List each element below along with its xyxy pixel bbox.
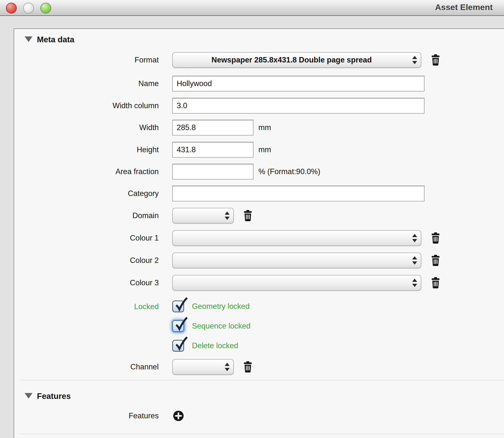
- close-button[interactable]: [6, 3, 17, 14]
- colour2-select[interactable]: [172, 253, 421, 268]
- category-input[interactable]: [172, 186, 425, 201]
- height-unit: mm: [258, 142, 271, 158]
- area-fraction-label: Area fraction: [14, 164, 159, 180]
- meta-data-disclosure-triangle-icon[interactable]: [25, 36, 32, 42]
- width-column-input[interactable]: [172, 98, 425, 114]
- colour3-delete-trash-icon[interactable]: [430, 277, 441, 289]
- asset-element-window: Asset Element Meta data Format Newspaper…: [0, 0, 504, 438]
- delete-locked-label: Delete locked: [192, 340, 238, 352]
- colour1-delete-trash-icon[interactable]: [430, 232, 441, 244]
- stepper-arrows-icon: [412, 256, 417, 265]
- format-delete-trash-icon[interactable]: [430, 54, 441, 66]
- colour3-label: Colour 3: [14, 275, 159, 291]
- stepper-arrows-icon: [412, 56, 417, 64]
- channel-select[interactable]: [172, 359, 234, 375]
- geometry-locked-checkbox[interactable]: [172, 301, 184, 312]
- width-unit: mm: [258, 120, 271, 136]
- features-section-title: Features: [37, 391, 71, 402]
- stepper-arrows-icon: [225, 211, 230, 220]
- locked-label: Locked: [14, 301, 159, 313]
- domain-select[interactable]: [172, 208, 234, 224]
- width-label: Width: [14, 120, 159, 136]
- minimize-button[interactable]: [23, 3, 34, 14]
- height-label: Height: [14, 142, 159, 158]
- plus-icon: [173, 410, 184, 422]
- sequence-locked-checkbox[interactable]: [172, 320, 184, 332]
- delete-locked-checkbox[interactable]: [172, 340, 184, 352]
- stepper-arrows-icon: [412, 234, 417, 242]
- stepper-arrows-icon: [225, 363, 230, 371]
- title-bar: Asset Element: [0, 0, 504, 16]
- height-input[interactable]: [172, 142, 253, 158]
- domain-delete-trash-icon[interactable]: [242, 210, 253, 222]
- checkmark-icon: [173, 297, 188, 313]
- geometry-locked-row: Geometry locked: [172, 301, 250, 312]
- format-label: Format: [14, 52, 159, 68]
- area-fraction-unit: % (Format:90.0%): [258, 164, 320, 180]
- checkmark-icon: [173, 317, 188, 332]
- window-title: Asset Element: [435, 2, 493, 12]
- section-divider: [20, 380, 504, 381]
- colour3-select[interactable]: [172, 275, 421, 291]
- width-input[interactable]: [172, 120, 253, 136]
- sequence-locked-row: Sequence locked: [172, 320, 251, 332]
- format-value: Newspaper 285.8x431.8 Double page spread: [211, 56, 372, 64]
- area-fraction-input[interactable]: [172, 164, 253, 180]
- features-row-label: Features: [14, 410, 159, 422]
- colour1-label: Colour 1: [14, 230, 159, 246]
- zoom-button[interactable]: [40, 3, 51, 14]
- channel-label: Channel: [14, 359, 159, 375]
- checkmark-icon: [173, 336, 188, 352]
- colour2-delete-trash-icon[interactable]: [430, 255, 441, 266]
- stepper-arrows-icon: [412, 279, 417, 287]
- sequence-locked-label: Sequence locked: [192, 320, 251, 332]
- domain-label: Domain: [14, 208, 159, 224]
- channel-delete-trash-icon[interactable]: [242, 361, 253, 373]
- colour2-label: Colour 2: [14, 253, 159, 268]
- delete-locked-row: Delete locked: [172, 340, 238, 352]
- add-feature-button[interactable]: [173, 410, 184, 422]
- width-column-label: Width column: [14, 98, 159, 114]
- meta-data-section-title: Meta data: [37, 34, 74, 45]
- name-input[interactable]: [172, 76, 425, 91]
- geometry-locked-label: Geometry locked: [192, 301, 250, 312]
- category-label: Category: [14, 186, 159, 201]
- name-label: Name: [14, 76, 159, 91]
- features-disclosure-triangle-icon[interactable]: [25, 393, 32, 399]
- bottom-divider: [20, 434, 504, 435]
- colour1-select[interactable]: [172, 230, 421, 246]
- format-select[interactable]: Newspaper 285.8x431.8 Double page spread: [172, 52, 421, 68]
